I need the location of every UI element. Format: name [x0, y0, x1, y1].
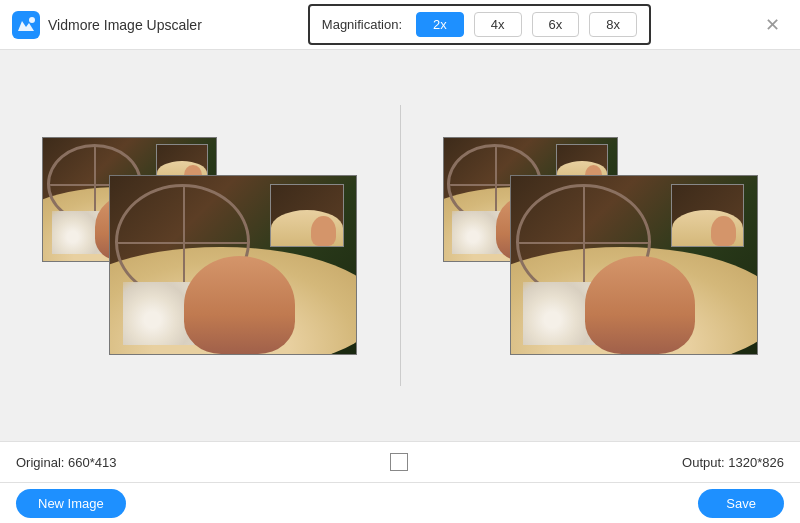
- output-thumb-face-front: [711, 216, 736, 246]
- original-panel: [0, 70, 400, 421]
- output-main-photo: [510, 175, 758, 355]
- app-title: Vidmore Image Upscaler: [48, 17, 202, 33]
- original-photo-woman-front: [110, 176, 356, 354]
- app-branding: Vidmore Image Upscaler: [12, 11, 202, 39]
- close-button[interactable]: ✕: [757, 12, 788, 38]
- output-photo-woman-front: [511, 176, 757, 354]
- mag-4x-button[interactable]: 4x: [474, 12, 522, 37]
- new-image-button[interactable]: New Image: [16, 489, 126, 518]
- mag-6x-button[interactable]: 6x: [532, 12, 580, 37]
- output-dimensions: Output: 1320*826: [682, 455, 784, 470]
- output-image-composite: [443, 137, 758, 355]
- status-bar: Original: 660*413 Output: 1320*826: [0, 441, 800, 483]
- magnification-label: Magnification:: [322, 17, 402, 32]
- flowers-front: [123, 282, 221, 344]
- output-panel: [401, 70, 801, 421]
- compare-icon[interactable]: [390, 453, 408, 471]
- magnification-control: Magnification: 2x 4x 6x 8x: [308, 4, 651, 45]
- thumbnail-inset-front: [270, 184, 344, 246]
- thumb-face-front: [311, 216, 336, 246]
- svg-rect-0: [12, 11, 40, 39]
- app-icon: [12, 11, 40, 39]
- save-button[interactable]: Save: [698, 489, 784, 518]
- bottom-bar: New Image Save: [0, 483, 800, 523]
- svg-point-1: [29, 17, 35, 23]
- main-content: [0, 50, 800, 441]
- mag-2x-button[interactable]: 2x: [416, 12, 464, 37]
- mag-8x-button[interactable]: 8x: [589, 12, 637, 37]
- original-dimensions: Original: 660*413: [16, 455, 116, 470]
- original-main-photo: [109, 175, 357, 355]
- original-image-composite: [42, 137, 357, 355]
- output-thumbnail-inset-front: [671, 184, 745, 246]
- title-bar: Vidmore Image Upscaler Magnification: 2x…: [0, 0, 800, 50]
- output-flowers-front: [523, 282, 621, 344]
